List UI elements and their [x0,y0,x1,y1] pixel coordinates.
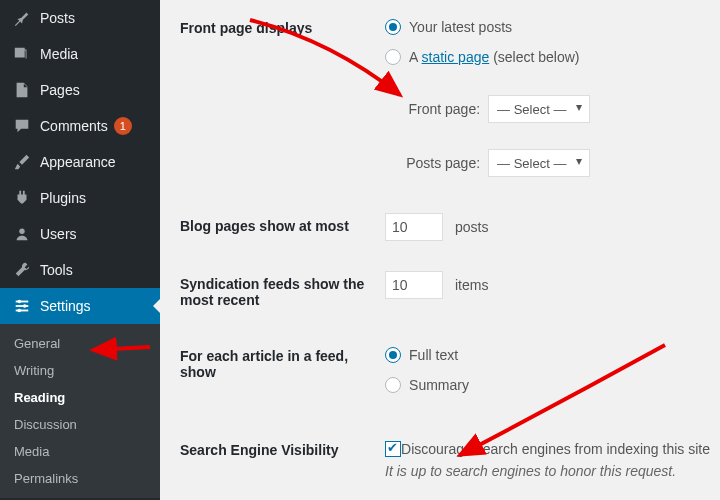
admin-sidebar: Posts Media Pages Comments 1 Appearance … [0,0,160,500]
sidebar-item-label: Appearance [40,154,116,170]
sev-label: Search Engine Visibility [180,422,375,494]
submenu-item-writing[interactable]: Writing [0,357,160,384]
sev-note: It is up to search engines to honor this… [385,463,710,479]
sidebar-item-comments[interactable]: Comments 1 [0,108,160,144]
submenu-item-general[interactable]: General [0,330,160,357]
sidebar-item-posts[interactable]: Posts [0,0,160,36]
sev-checkbox[interactable] [385,441,401,457]
submenu-item-permalinks[interactable]: Permalinks [0,465,160,492]
sidebar-item-media[interactable]: Media [0,36,160,72]
settings-submenu: General Writing Reading Discussion Media… [0,324,160,498]
radio-static-page[interactable] [385,49,401,65]
sidebar-item-appearance[interactable]: Appearance [0,144,160,180]
radio-latest-posts-label: Your latest posts [409,19,512,35]
blog-pages-unit: posts [455,219,488,235]
svg-point-5 [23,304,27,308]
page-icon [12,80,32,100]
sidebar-item-label: Tools [40,262,73,278]
radio-latest-posts[interactable] [385,19,401,35]
sidebar-item-label: Settings [40,298,91,314]
sidebar-item-tools[interactable]: Tools [0,252,160,288]
posts-page-select[interactable]: — Select — [488,149,590,177]
syndication-input[interactable] [385,271,443,299]
syndication-label: Syndication feeds show the most recent [180,256,375,328]
radio-full-text-label: Full text [409,347,458,363]
pushpin-icon [12,8,32,28]
radio-static-page-label: A static page (select below) [409,49,579,65]
posts-page-select-label: Posts page: [385,155,480,171]
sidebar-item-label: Posts [40,10,75,26]
front-page-displays-label: Front page displays [180,0,375,198]
article-feed-label: For each article in a feed, show [180,328,375,422]
sidebar-item-label: Comments [40,118,108,134]
svg-point-4 [18,300,22,304]
radio-full-text[interactable] [385,347,401,363]
static-page-link[interactable]: static page [422,49,490,65]
sidebar-item-label: Pages [40,82,80,98]
plugin-icon [12,188,32,208]
tools-icon [12,260,32,280]
submenu-item-media[interactable]: Media [0,438,160,465]
svg-point-6 [18,309,22,313]
blog-pages-input[interactable] [385,213,443,241]
settings-icon [12,296,32,316]
media-icon [12,44,32,64]
sidebar-item-settings[interactable]: Settings [0,288,160,324]
sidebar-item-label: Media [40,46,78,62]
front-page-select[interactable]: — Select — [488,95,590,123]
sidebar-item-plugins[interactable]: Plugins [0,180,160,216]
syndication-unit: items [455,277,488,293]
comments-badge: 1 [114,117,132,135]
sidebar-item-label: Plugins [40,190,86,206]
brush-icon [12,152,32,172]
sidebar-item-pages[interactable]: Pages [0,72,160,108]
sev-checkbox-label: Discourage search engines from indexing … [401,441,710,457]
blog-pages-label: Blog pages show at most [180,198,375,256]
sidebar-item-users[interactable]: Users [0,216,160,252]
svg-point-0 [19,229,24,234]
front-page-select-label: Front page: [385,101,480,117]
sidebar-item-label: Users [40,226,77,242]
users-icon [12,224,32,244]
submenu-item-reading[interactable]: Reading [0,384,160,411]
submenu-item-discussion[interactable]: Discussion [0,411,160,438]
radio-summary[interactable] [385,377,401,393]
radio-summary-label: Summary [409,377,469,393]
settings-content: Front page displays Your latest posts A … [160,0,720,500]
comment-icon [12,116,32,136]
